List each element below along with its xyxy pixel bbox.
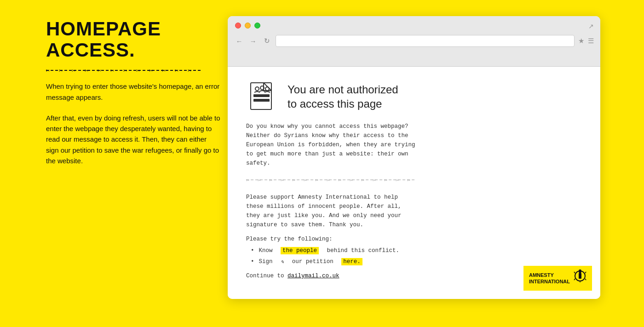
bullet1-suffix: behind this conflict. <box>327 247 400 254</box>
svg-text:✂: ✂ <box>59 68 63 73</box>
svg-text:✂: ✂ <box>292 178 296 183</box>
bullet2-suffix: our petition <box>292 258 334 265</box>
svg-text:✂: ✂ <box>338 178 342 183</box>
support-text: Please support Amnesty International to … <box>246 193 416 229</box>
blocked-icon <box>246 80 278 113</box>
svg-text:✂: ✂ <box>269 178 273 183</box>
svg-text:✂: ✂ <box>327 178 330 183</box>
expand-icon[interactable]: ↗ <box>588 23 594 30</box>
amnesty-line1: AMNESTY <box>529 272 570 278</box>
svg-line-41 <box>585 279 586 280</box>
svg-rect-36 <box>579 273 581 279</box>
svg-text:✂: ✂ <box>350 178 353 183</box>
toolbar-right: ★ ☰ <box>578 37 594 45</box>
svg-text:✂: ✂ <box>46 68 50 73</box>
amnesty-logo: AMNESTY INTERNATIONAL <box>523 266 592 291</box>
left-paragraph-2: After that, even by doing refresh, users… <box>46 113 221 166</box>
back-button[interactable]: ← <box>234 36 244 46</box>
svg-text:✂: ✂ <box>149 68 153 73</box>
the-people-link[interactable]: the people <box>281 247 319 254</box>
error-title: You are not authorized to access this pa… <box>288 82 398 111</box>
svg-text:✂: ✂ <box>72 68 75 73</box>
bullet-list: Know the people behind this conflict. Si… <box>246 247 582 265</box>
traffic-light-yellow[interactable] <box>245 23 251 29</box>
reload-button[interactable]: ↻ <box>262 36 272 46</box>
browser-chrome: ↗ ← → ↻ ★ ☰ <box>228 16 600 67</box>
error-title-text: You are not authorized to access this pa… <box>288 82 398 111</box>
bullet2-prefix: Sign <box>259 258 273 265</box>
bullet-item-1: Know the people behind this conflict. <box>251 247 582 254</box>
error-header: You are not authorized to access this pa… <box>246 80 582 113</box>
try-label: Please try the following: <box>246 236 582 242</box>
browser-titlebar: ↗ <box>228 16 600 32</box>
svg-text:✂: ✂ <box>123 68 127 73</box>
svg-text:✂: ✂ <box>315 178 319 183</box>
bullet-item-2: Sign ✎ our petition here. <box>251 258 582 265</box>
bullet1-prefix: Know <box>259 247 273 254</box>
svg-text:✂: ✂ <box>407 178 411 183</box>
traffic-light-red[interactable] <box>235 23 241 29</box>
amnesty-text-block: AMNESTY INTERNATIONAL <box>529 272 570 285</box>
edit-icon: ✎ <box>281 258 284 265</box>
svg-text:✂: ✂ <box>258 178 261 183</box>
bookmark-icon[interactable]: ★ <box>578 37 584 45</box>
svg-line-40 <box>574 279 575 280</box>
petition-here-link[interactable]: here. <box>341 258 362 265</box>
dashed-divider-left: ✂ ✂ ✂ ✂ ✂ ✂ ✂ ✂ ✂ ✂ ✂ ✂ <box>46 68 202 73</box>
svg-text:✂: ✂ <box>175 68 178 73</box>
svg-text:✂: ✂ <box>373 178 376 183</box>
page-title: HOMEPAGE ACCESS. <box>46 18 221 61</box>
svg-rect-15 <box>253 99 270 102</box>
left-panel: HOMEPAGE ACCESS. ✂ ✂ ✂ ✂ ✂ ✂ ✂ ✂ ✂ ✂ ✂ ✂… <box>46 18 221 176</box>
separator-dashed: ✂ ✂ ✂ ✂ ✂ ✂ ✂ ✂ ✂ ✂ ✂ ✂ ✂ ✂ ✂ <box>246 176 416 184</box>
forward-button[interactable]: → <box>248 36 258 46</box>
svg-text:✂: ✂ <box>384 178 388 183</box>
svg-text:✂: ✂ <box>396 178 399 183</box>
dailymail-link[interactable]: dailymail.co.uk <box>288 273 339 279</box>
traffic-light-green[interactable] <box>254 23 260 29</box>
svg-text:✂: ✂ <box>162 68 166 73</box>
menu-icon[interactable]: ☰ <box>588 37 594 45</box>
svg-text:✂: ✂ <box>136 68 140 73</box>
svg-text:✂: ✂ <box>246 178 250 183</box>
error-description: Do you know why you cannot access this w… <box>246 122 416 168</box>
svg-text:✂: ✂ <box>110 68 114 73</box>
svg-text:✂: ✂ <box>304 178 307 183</box>
svg-text:✂: ✂ <box>98 68 101 73</box>
browser-window: ↗ ← → ↻ ★ ☰ <box>228 16 600 299</box>
svg-text:✂: ✂ <box>281 178 284 183</box>
svg-rect-14 <box>253 94 270 97</box>
left-paragraph-1: When trying to enter those website's hom… <box>46 81 221 103</box>
browser-toolbar: ← → ↻ ★ ☰ <box>228 32 600 50</box>
browser-content: You are not authorized to access this pa… <box>228 67 600 299</box>
amnesty-candle-icon <box>574 270 586 287</box>
svg-text:✂: ✂ <box>361 178 365 183</box>
address-bar[interactable] <box>276 35 575 47</box>
svg-text:✂: ✂ <box>85 68 88 73</box>
amnesty-line2: INTERNATIONAL <box>529 278 570 285</box>
svg-line-39 <box>585 272 586 273</box>
svg-line-38 <box>574 272 575 273</box>
continue-prefix: Continue to <box>246 273 284 279</box>
svg-text:✂: ✂ <box>188 68 191 73</box>
